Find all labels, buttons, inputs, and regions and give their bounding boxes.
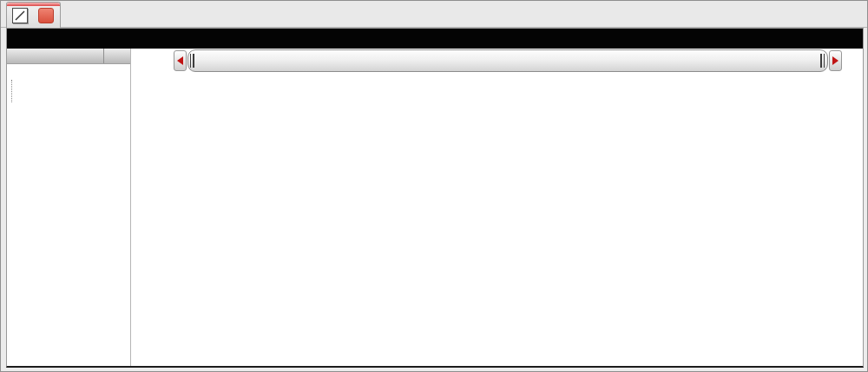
tab-close-button[interactable]: [38, 8, 54, 23]
plot-window-frame: [6, 28, 864, 368]
signals-panel-header: [7, 49, 130, 64]
column-header-vis[interactable]: [104, 49, 130, 63]
tab-transient-response[interactable]: [6, 2, 61, 28]
thumb-grip-right[interactable]: [820, 54, 825, 68]
right-arrow-icon: [832, 56, 838, 65]
plot-title-bar: [7, 29, 863, 49]
active-tab-accent: [7, 3, 60, 6]
tree-guide-line: [11, 80, 12, 102]
overview-waveform: [197, 50, 819, 71]
left-arrow-icon: [177, 56, 183, 65]
overview-scrollbar: [174, 49, 842, 72]
content-area: [7, 49, 863, 366]
waveform-viewer-window: [0, 0, 868, 372]
scroll-right-button[interactable]: [829, 50, 842, 71]
waveform-tab-icon: [12, 8, 28, 23]
thumb-grip-left[interactable]: [190, 54, 195, 68]
signals-panel: [7, 49, 131, 366]
column-header-name[interactable]: [7, 49, 104, 63]
scroll-left-button[interactable]: [174, 50, 187, 71]
tab-bar: [1, 1, 867, 28]
plot-canvas[interactable]: [131, 49, 864, 368]
plot-pane: [131, 49, 863, 366]
overview-zoom-thumb[interactable]: [187, 49, 828, 72]
